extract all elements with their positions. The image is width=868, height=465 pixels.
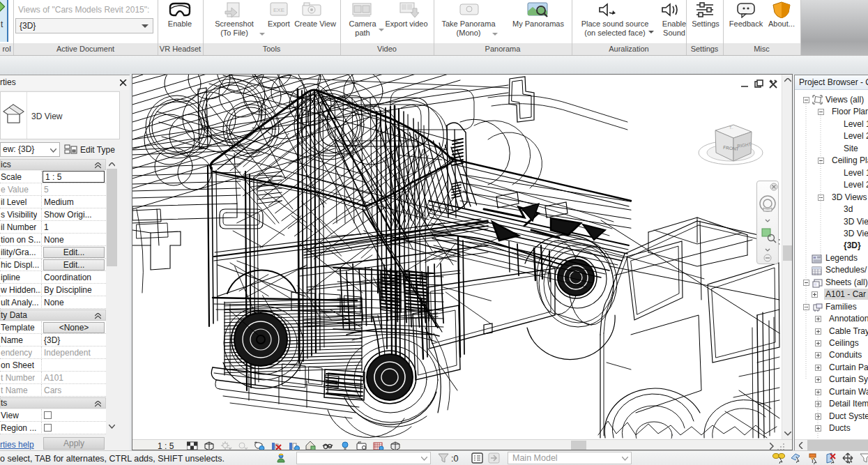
svg-text:EXE: EXE: [273, 7, 284, 13]
svg-text:T..: T..: [729, 125, 733, 130]
